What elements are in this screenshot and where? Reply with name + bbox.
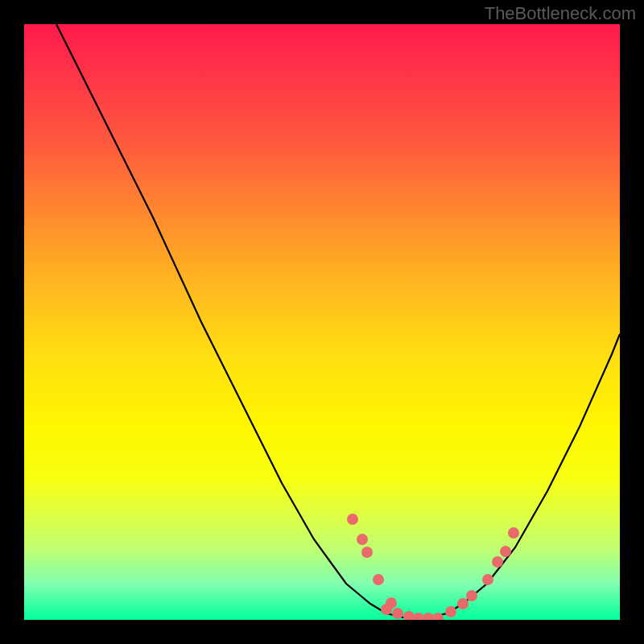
data-marker bbox=[508, 527, 519, 539]
data-marker bbox=[466, 590, 477, 601]
watermark-text: TheBottleneck.com bbox=[485, 3, 636, 24]
data-marker bbox=[482, 574, 493, 585]
data-marker bbox=[347, 514, 358, 525]
chart-svg bbox=[24, 24, 620, 620]
data-marker bbox=[413, 613, 424, 620]
data-marker bbox=[492, 556, 503, 568]
data-marker bbox=[403, 611, 415, 620]
data-markers bbox=[347, 514, 519, 620]
data-marker bbox=[361, 547, 373, 558]
bottleneck-curve bbox=[56, 24, 620, 618]
data-marker bbox=[423, 613, 434, 620]
data-marker bbox=[381, 604, 392, 615]
plot-area bbox=[24, 24, 620, 620]
data-marker bbox=[373, 574, 384, 585]
data-marker bbox=[392, 608, 403, 619]
data-marker bbox=[357, 534, 368, 545]
data-marker bbox=[500, 546, 511, 557]
data-marker bbox=[445, 606, 456, 617]
data-marker bbox=[457, 598, 469, 609]
